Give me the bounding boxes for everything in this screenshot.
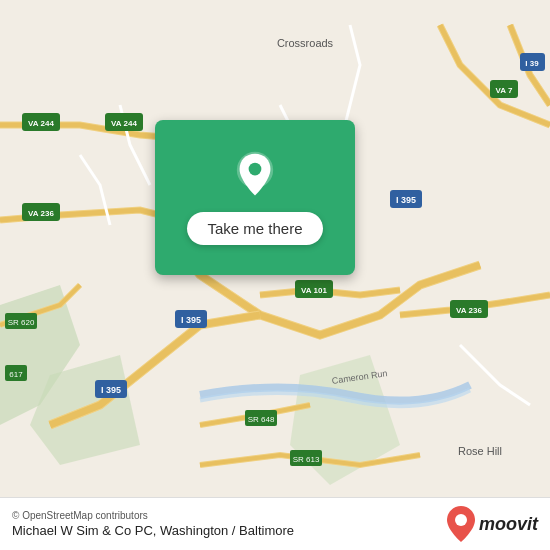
svg-text:VA 7: VA 7 <box>496 86 513 95</box>
moovit-icon <box>447 506 475 542</box>
moovit-label: moovit <box>479 514 538 535</box>
svg-text:VA 244: VA 244 <box>111 119 137 128</box>
svg-text:VA 101: VA 101 <box>301 286 327 295</box>
svg-text:SR 620: SR 620 <box>8 318 35 327</box>
svg-text:SR 613: SR 613 <box>293 455 320 464</box>
bottom-bar: © OpenStreetMap contributors Michael W S… <box>0 497 550 550</box>
svg-text:I 39: I 39 <box>525 59 539 68</box>
svg-point-36 <box>249 163 262 176</box>
location-pin-icon <box>230 150 280 200</box>
map-container: I 395 I 395 I 395 VA 244 VA 244 VA 236 V… <box>0 0 550 550</box>
map-roads: I 395 I 395 I 395 VA 244 VA 244 VA 236 V… <box>0 0 550 550</box>
moovit-logo: moovit <box>447 506 538 542</box>
take-me-there-button[interactable]: Take me there <box>187 212 322 245</box>
svg-text:617: 617 <box>9 370 23 379</box>
svg-text:VA 244: VA 244 <box>28 119 54 128</box>
svg-text:Rose Hill: Rose Hill <box>458 445 502 457</box>
svg-text:I 395: I 395 <box>396 195 416 205</box>
bottom-info: © OpenStreetMap contributors Michael W S… <box>12 510 294 538</box>
location-popup: Take me there <box>155 120 355 275</box>
place-name: Michael W Sim & Co PC, Washington / Balt… <box>12 523 294 538</box>
attribution-text: © OpenStreetMap contributors <box>12 510 294 521</box>
svg-text:I 395: I 395 <box>101 385 121 395</box>
svg-point-37 <box>455 514 467 526</box>
svg-text:VA 236: VA 236 <box>456 306 482 315</box>
svg-text:SR 648: SR 648 <box>248 415 275 424</box>
svg-text:VA 236: VA 236 <box>28 209 54 218</box>
svg-text:Crossroads: Crossroads <box>277 37 334 49</box>
svg-text:I 395: I 395 <box>181 315 201 325</box>
